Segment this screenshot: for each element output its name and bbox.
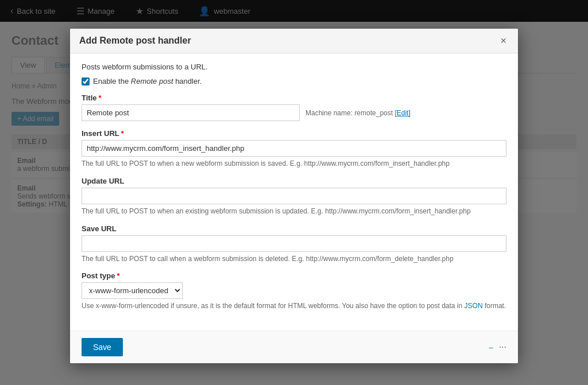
- modal-close-button[interactable]: ×: [498, 36, 509, 46]
- modal-description: Posts webform submissions to a URL.: [82, 63, 506, 71]
- update-url-input[interactable]: [82, 188, 506, 204]
- post-type-select[interactable]: x-www-form-urlencoded JSON: [82, 282, 183, 299]
- title-input[interactable]: [82, 104, 300, 121]
- insert-url-required-star: *: [121, 129, 124, 138]
- footer-actions: – ···: [489, 342, 506, 352]
- save-button[interactable]: Save: [82, 338, 123, 356]
- modal-title: Add Remote post handler: [79, 36, 191, 46]
- title-form-group: Title* Machine name: remote_post [Edit]: [82, 94, 506, 121]
- post-type-form-group: Post type* x-www-form-urlencoded JSON Us…: [82, 271, 506, 311]
- save-url-hint: The full URL to POST to call when a webf…: [82, 254, 506, 264]
- save-url-input[interactable]: [82, 235, 506, 252]
- save-url-label: Save URL: [82, 224, 506, 233]
- modal-body: Posts webform submissions to a URL. Enab…: [70, 53, 518, 330]
- json-format-link[interactable]: JSON: [465, 302, 483, 310]
- footer-dots-menu[interactable]: ···: [499, 342, 506, 352]
- title-label: Title*: [82, 94, 506, 102]
- enable-handler-label: Enable the Remote post handler.: [93, 77, 202, 85]
- modal-overlay: Add Remote post handler × Posts webform …: [0, 0, 588, 385]
- title-input-row: Machine name: remote_post [Edit]: [82, 104, 506, 121]
- machine-name-display: Machine name: remote_post [Edit]: [305, 109, 411, 117]
- post-type-hint: Use x-www-form-urlencoded if unsure, as …: [82, 301, 506, 311]
- enable-handler-checkbox[interactable]: [82, 77, 90, 85]
- update-url-hint: The full URL to POST to when an existing…: [82, 207, 506, 216]
- insert-url-hint: The full URL to POST to when a new webfo…: [82, 159, 506, 169]
- machine-name-edit-link[interactable]: [Edit]: [394, 109, 410, 117]
- post-type-required-star: *: [117, 271, 120, 280]
- enable-handler-row: Enable the Remote post handler.: [82, 77, 506, 85]
- insert-url-label: Insert URL*: [82, 129, 506, 138]
- footer-dash-link[interactable]: –: [489, 343, 493, 352]
- save-url-form-group: Save URL The full URL to POST to call wh…: [82, 224, 506, 264]
- title-required-star: *: [99, 94, 102, 102]
- modal-header: Add Remote post handler ×: [70, 29, 518, 53]
- modal: Add Remote post handler × Posts webform …: [70, 29, 518, 363]
- update-url-label: Update URL: [82, 177, 506, 185]
- modal-footer: Save – ···: [70, 330, 518, 363]
- post-type-label: Post type*: [82, 271, 506, 280]
- update-url-form-group: Update URL The full URL to POST to when …: [82, 177, 506, 216]
- insert-url-input[interactable]: [82, 140, 506, 157]
- insert-url-form-group: Insert URL* The full URL to POST to when…: [82, 129, 506, 169]
